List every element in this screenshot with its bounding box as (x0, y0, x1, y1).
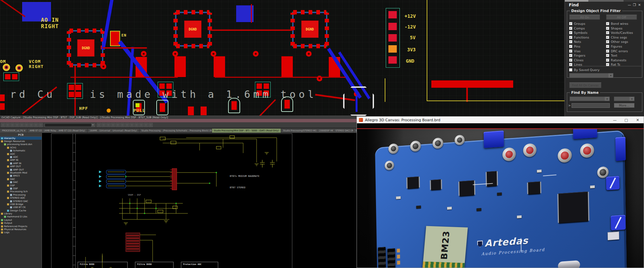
by-saved-query-checkbox[interactable]: By Saved Query (569, 68, 599, 71)
toolbar-hierarchy-icon[interactable] (149, 123, 153, 127)
toolbar-ground-icon[interactable] (144, 123, 148, 127)
toolbar-zoom-out-icon[interactable] (102, 123, 106, 127)
tree-item[interactable]: DSP (0, 187, 42, 190)
close-icon[interactable]: ✕ (637, 3, 642, 7)
tree-item[interactable]: STEREO DAC (0, 200, 42, 203)
all-on-button[interactable]: All On (569, 15, 600, 20)
tree-item[interactable]: Design Cache (0, 209, 42, 212)
checkbox-checked-icon[interactable]: ✓ (569, 31, 572, 34)
toolbar-zoom-in-icon[interactable] (97, 123, 101, 127)
toolbar-print-icon[interactable] (15, 123, 19, 127)
toolbar-cut-icon[interactable] (20, 123, 24, 127)
checkbox-checked-icon[interactable]: ✓ (569, 22, 572, 25)
schematic-canvas[interactable]: BT07x MEDIUM BAUDRATE BT07 STEREO SRAM :… (42, 133, 357, 268)
checkbox-checked-icon[interactable]: ✓ (606, 45, 609, 48)
tree-item[interactable]: AMP IN (0, 159, 42, 162)
toolbar-zoom-fit-icon[interactable] (106, 123, 110, 127)
minimize-icon[interactable]: — (610, 118, 620, 122)
checkbox-checked-icon[interactable]: ✓ (606, 63, 609, 66)
toolbar-power-icon[interactable] (139, 123, 143, 127)
document-tab[interactable]: 16AMK - (Universal : Universal) (Read On… (88, 129, 139, 133)
find-filter-checkbox[interactable]: ✓Clines (569, 59, 589, 62)
tree-item[interactable]: Bluetooth Mod (0, 171, 42, 174)
tree-item[interactable]: Design Resources (0, 140, 42, 143)
toolbar-undo-icon[interactable] (34, 123, 38, 127)
checkbox-checked-icon[interactable]: ✓ (569, 27, 572, 30)
find-filter-checkbox[interactable]: ✓Vias (569, 50, 589, 53)
checkbox-checked-icon[interactable]: ✓ (606, 31, 609, 34)
3d-window-titlebar[interactable]: Allegro 3D Canvas: Processing Board.brd … (357, 117, 644, 123)
toolbar-redo-icon[interactable] (39, 123, 43, 127)
capture-titlebar[interactable]: OrCAD Capture - [Studio Processing Mini … (0, 116, 357, 119)
toolbar-copy-icon[interactable] (24, 123, 29, 127)
tree-item[interactable]: USB BT CK (0, 206, 42, 209)
document-tab[interactable]: PROCESSOR_up_Prj 4 (0, 129, 27, 133)
tree-item[interactable]: Layout (0, 218, 42, 221)
tree-item[interactable]: DAC (0, 181, 42, 184)
float-icon[interactable]: ❐ (632, 3, 637, 7)
tree-item[interactable]: Logs (0, 231, 42, 234)
checkbox-checked-icon[interactable]: ✓ (606, 27, 609, 30)
3d-viewport[interactable]: BM23 Artedas Audio Processing Board (357, 129, 644, 268)
toolbar-bus-icon[interactable] (125, 123, 129, 127)
find-filter-checkbox[interactable]: ✓Bond wires (606, 22, 633, 25)
saved-query-dropdown[interactable]: ▾ (569, 73, 613, 78)
find-filter-checkbox[interactable]: ✓DRC errors (606, 50, 633, 53)
checkbox-checked-icon[interactable]: ✓ (606, 59, 609, 62)
tree-item[interactable]: BM23 (0, 175, 42, 178)
checkbox-checked-icon[interactable]: ✓ (606, 50, 609, 53)
find-filter-checkbox[interactable]: ✓Rat Ts (606, 63, 633, 66)
find-filter-checkbox[interactable]: ✓Groups (569, 22, 589, 25)
pcb-layout-canvas[interactable]: DGND DGND DGND EN OM VCOMRIGHT AO INRIGH… (0, 0, 644, 116)
find-filter-checkbox[interactable]: ✓Symbols (569, 31, 589, 34)
toolbar-save-icon[interactable] (10, 123, 14, 127)
checkbox-checked-icon[interactable]: ✓ (606, 40, 609, 43)
toolbar-net-alias-icon[interactable] (135, 123, 139, 127)
tree-item[interactable]: Schematic (0, 149, 42, 152)
tree-item[interactable]: STEREO ADC (0, 196, 42, 199)
toolbar-open-icon[interactable] (6, 123, 10, 127)
find-filter-checkbox[interactable]: ✓Shapes (606, 27, 633, 30)
checkbox-checked-icon[interactable]: ✓ (569, 36, 572, 39)
checkbox-checked-icon[interactable]: ✓ (569, 59, 572, 62)
chevron-down-icon[interactable]: ▾ (608, 73, 613, 78)
document-tab[interactable]: Studio Processing(Mini DSP - BT) - 5000 … (212, 129, 281, 133)
tree-item[interactable]: Hierarchy (0, 137, 42, 140)
find-by-name-type-dropdown[interactable]: ▾ (570, 96, 610, 101)
checkbox-checked-icon[interactable]: ✓ (606, 54, 609, 57)
tree-item[interactable]: AMP IN (0, 162, 42, 165)
find-filter-checkbox[interactable]: ✓Other segs (606, 40, 633, 43)
find-filter-checkbox[interactable]: ✓Comps (569, 27, 589, 30)
chevron-down-icon[interactable]: ▾ (91, 124, 95, 127)
find-name-input[interactable] (572, 103, 610, 108)
checkbox-checked-icon[interactable]: ✓ (569, 54, 572, 57)
tree-item[interactable]: AMP OUT (0, 168, 42, 171)
toolbar-paste-icon[interactable] (29, 123, 33, 127)
maximize-icon[interactable]: ▢ (622, 118, 631, 122)
tree-item[interactable]: DAC (0, 178, 42, 181)
chevron-down-icon[interactable]: ▾ (605, 97, 609, 101)
toolbar-junction-icon[interactable] (130, 123, 134, 127)
find-filter-checkbox[interactable]: ✓Figures (606, 45, 633, 48)
tree-item[interactable]: Processing Sch (0, 190, 42, 193)
find-filter-checkbox[interactable]: ✓Functions (569, 36, 589, 39)
find-filter-checkbox[interactable]: ✓Fingers (569, 54, 589, 57)
toolbar-snap-icon[interactable] (111, 123, 115, 127)
toolbar-new-icon[interactable] (1, 123, 5, 127)
find-filter-checkbox[interactable]: ✓Pins (569, 45, 589, 48)
close-icon[interactable]: ✕ (633, 118, 642, 122)
find-filter-checkbox[interactable]: ✓Text (606, 54, 633, 57)
checkbox-checked-icon[interactable]: ✓ (569, 50, 572, 53)
find-filter-checkbox[interactable]: ✓Lines (569, 63, 589, 66)
tree-item[interactable]: Referenced Projects (0, 225, 42, 228)
toolbar-grid-icon[interactable] (116, 123, 120, 127)
tree-item[interactable]: DSP (0, 184, 42, 187)
find-filter-checkbox[interactable]: ✓Ratsnests (606, 59, 633, 62)
tree-item[interactable]: Physical Resources (0, 228, 42, 231)
document-tab[interactable]: Studio Processing(AMP G_SHAPE) - (AMP_St… (354, 129, 357, 133)
tree-item[interactable]: Output (0, 222, 42, 225)
checkbox-icon[interactable] (569, 68, 572, 71)
find-filter-checkbox[interactable]: ✓Cline segs (606, 36, 633, 39)
document-tab[interactable]: AMB ST CO - (AMB Relay : AMB ST CO) (Rea… (28, 129, 87, 133)
tree-item[interactable]: Library (0, 212, 42, 215)
